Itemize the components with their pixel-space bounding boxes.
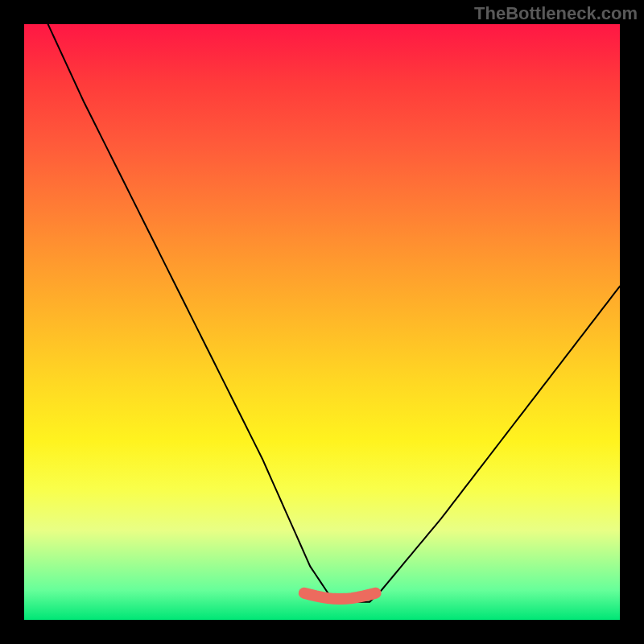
chart-background-gradient bbox=[24, 24, 620, 620]
watermark-text: TheBottleneck.com bbox=[474, 3, 638, 24]
